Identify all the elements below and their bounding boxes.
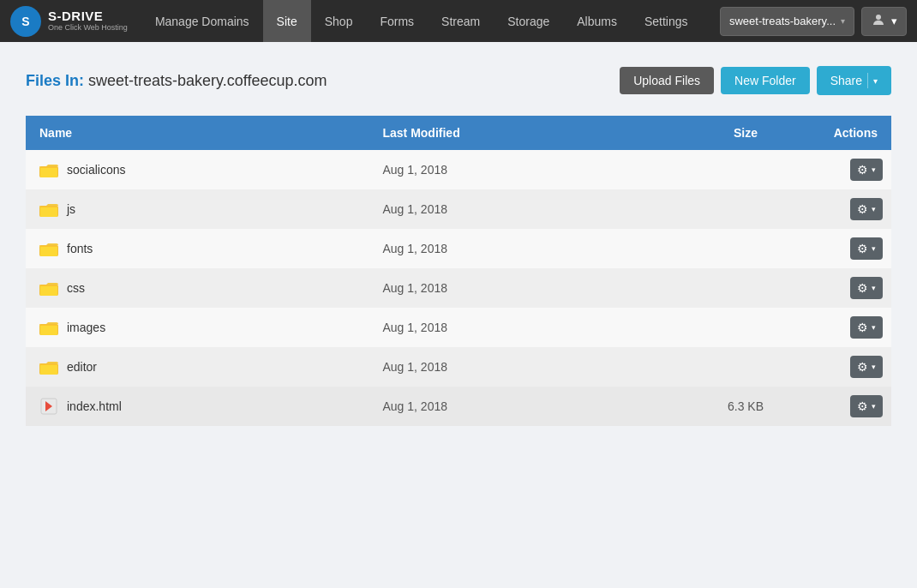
actions-cell: ⚙▾ (806, 347, 891, 387)
col-name: Name (26, 116, 369, 150)
chevron-down-icon: ▾ (841, 16, 845, 26)
gear-icon: ⚙ (857, 360, 868, 374)
current-domain-value: sweet-treats-bakery.coffeecup.com (88, 72, 327, 89)
share-button[interactable]: Share ▾ (817, 66, 891, 95)
file-size (686, 150, 806, 189)
actions-cell: ⚙▾ (806, 268, 891, 308)
col-actions: Actions (806, 116, 891, 150)
upload-files-button[interactable]: Upload Files (620, 67, 714, 94)
file-name: fonts (67, 242, 93, 255)
file-name: socialicons (67, 163, 125, 177)
caret-icon: ▾ (872, 363, 876, 371)
files-in-label: Files In: (26, 72, 84, 89)
file-name: index.html (67, 399, 122, 413)
header-actions: Upload Files New Folder Share ▾ (620, 66, 891, 95)
actions-cell: ⚙▾ (806, 308, 891, 347)
nav-item-settings[interactable]: Settings (631, 0, 702, 42)
nav-right: sweet-treats-bakery... ▾ ▾ (720, 7, 907, 36)
last-modified: Aug 1, 2018 (369, 268, 686, 308)
action-button-images[interactable]: ⚙▾ (850, 316, 883, 339)
svg-text:S: S (21, 15, 29, 28)
action-button-js[interactable]: ⚙▾ (850, 198, 883, 220)
nav-item-stream[interactable]: Stream (428, 0, 494, 42)
domain-selector[interactable]: sweet-treats-bakery... ▾ (720, 7, 854, 36)
nav-item-manage-domains[interactable]: Manage Domains (141, 0, 263, 42)
actions-cell: ⚙▾ (806, 189, 891, 229)
logo-brand: S-DRIVE (48, 9, 128, 24)
last-modified: Aug 1, 2018 (369, 347, 686, 387)
nav-item-albums[interactable]: Albums (563, 0, 631, 42)
nav-item-forms[interactable]: Forms (366, 0, 428, 42)
last-modified: Aug 1, 2018 (369, 150, 686, 189)
file-name: css (67, 281, 85, 295)
table-row: jsAug 1, 2018⚙▾ (26, 189, 891, 229)
caret-icon: ▾ (872, 165, 876, 174)
actions-cell: ⚙▾ (806, 229, 891, 268)
share-caret-icon: ▾ (873, 76, 878, 86)
action-button-fonts[interactable]: ⚙▾ (850, 237, 883, 260)
logo[interactable]: S S-DRIVE One Click Web Hosting (10, 6, 128, 37)
gear-icon: ⚙ (857, 321, 868, 334)
new-folder-button[interactable]: New Folder (721, 67, 810, 94)
caret-icon: ▾ (872, 244, 876, 253)
file-size (686, 347, 806, 387)
nav-item-site[interactable]: Site (263, 0, 311, 42)
file-table-wrapper: Name Last Modified Size Actions socialic… (26, 116, 891, 426)
folder-icon (39, 359, 58, 375)
file-name-cell-editor: editor (39, 359, 355, 375)
table-row: socialiconsAug 1, 2018⚙▾ (26, 150, 891, 189)
logo-tagline: One Click Web Hosting (48, 24, 128, 33)
file-size: 6.3 KB (686, 387, 806, 426)
main-content: Files In: sweet-treats-bakery.coffeecup.… (0, 42, 917, 450)
action-button-editor[interactable]: ⚙▾ (850, 356, 883, 378)
table-header-row: Name Last Modified Size Actions (26, 116, 891, 150)
actions-cell: ⚙▾ (806, 150, 891, 189)
folder-icon (39, 162, 58, 177)
table-row: index.htmlAug 1, 20186.3 KB⚙▾ (26, 387, 891, 426)
caret-icon: ▾ (872, 205, 876, 213)
file-size (686, 308, 806, 347)
file-name-cell-images: images (39, 320, 355, 335)
table-row: imagesAug 1, 2018⚙▾ (26, 308, 891, 347)
folder-icon (39, 241, 58, 256)
svg-point-2 (876, 15, 881, 20)
file-size (686, 268, 806, 308)
files-in-heading: Files In: sweet-treats-bakery.coffeecup.… (26, 72, 327, 90)
table-row: editorAug 1, 2018⚙▾ (26, 347, 891, 387)
file-name-cell-fonts: fonts (39, 241, 355, 256)
file-name-cell-index-html: index.html (39, 397, 355, 416)
caret-icon: ▾ (872, 402, 876, 411)
action-button-css[interactable]: ⚙▾ (850, 277, 883, 299)
last-modified: Aug 1, 2018 (369, 229, 686, 268)
file-table: Name Last Modified Size Actions socialic… (26, 116, 891, 426)
gear-icon: ⚙ (857, 399, 868, 413)
file-name: editor (67, 360, 97, 374)
last-modified: Aug 1, 2018 (369, 189, 686, 229)
user-chevron-icon: ▾ (891, 15, 897, 27)
action-button-socialicons[interactable]: ⚙▾ (850, 159, 883, 181)
nav-item-storage[interactable]: Storage (494, 0, 563, 42)
table-row: fontsAug 1, 2018⚙▾ (26, 229, 891, 268)
share-label: Share (830, 74, 862, 87)
navbar: S S-DRIVE One Click Web Hosting Manage D… (0, 0, 917, 42)
domain-selector-text: sweet-treats-bakery... (729, 15, 836, 27)
user-menu-button[interactable]: ▾ (861, 7, 907, 36)
page-header: Files In: sweet-treats-bakery.coffeecup.… (26, 66, 891, 95)
action-button-index-html[interactable]: ⚙▾ (850, 395, 883, 417)
nav-item-shop[interactable]: Shop (311, 0, 367, 42)
folder-icon (39, 280, 58, 296)
share-divider (867, 73, 868, 88)
caret-icon: ▾ (872, 284, 876, 292)
file-name-cell-socialicons: socialicons (39, 162, 355, 177)
table-row: cssAug 1, 2018⚙▾ (26, 268, 891, 308)
nav-items: Manage Domains Site Shop Forms Stream St… (141, 0, 720, 42)
html-file-icon (39, 397, 58, 416)
file-size (686, 189, 806, 229)
col-size: Size (686, 116, 806, 150)
last-modified: Aug 1, 2018 (369, 308, 686, 347)
caret-icon: ▾ (872, 323, 876, 332)
col-last-modified: Last Modified (369, 116, 686, 150)
folder-icon (39, 320, 58, 335)
last-modified: Aug 1, 2018 (369, 387, 686, 426)
folder-icon (39, 201, 58, 217)
